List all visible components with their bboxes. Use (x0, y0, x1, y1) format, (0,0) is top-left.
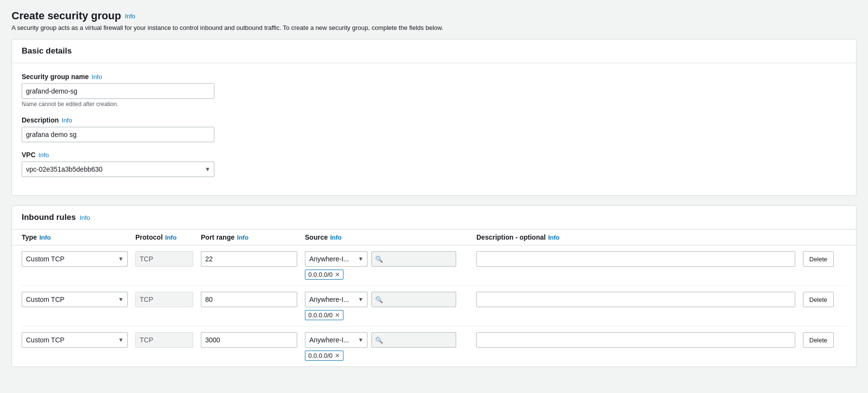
source-tag-value-1: 0.0.0.0/0 (308, 312, 333, 319)
source-search-input-2[interactable] (371, 332, 456, 348)
source-search-wrap-0: 🔍 (371, 251, 469, 267)
desc-col-0 (476, 251, 795, 267)
page-header: Create security group Info A security gr… (12, 10, 856, 31)
rules-table-header: Type Info Protocol Info Port range Info … (12, 230, 856, 245)
col-protocol-label: Protocol (135, 233, 163, 241)
source-type-wrap-0: Anywhere-I... ▼ (305, 251, 368, 267)
col-source-label: Source (305, 233, 328, 241)
delete-btn-2[interactable]: Delete (803, 332, 834, 348)
desc-input-0[interactable] (476, 251, 795, 267)
source-tag-close-1[interactable]: ✕ (335, 312, 340, 318)
page-title-info-link[interactable]: Info (125, 13, 135, 20)
source-search-wrap-2: 🔍 (371, 332, 469, 348)
delete-btn-0[interactable]: Delete (803, 251, 834, 267)
page-container: Create security group Info A security gr… (0, 0, 868, 386)
vpc-info-link[interactable]: Info (39, 151, 49, 159)
sg-name-info-link[interactable]: Info (92, 73, 102, 81)
page-description: A security group acts as a virtual firew… (12, 24, 856, 31)
source-type-select-0[interactable]: Anywhere-I... (305, 251, 368, 267)
action-col-2: Delete (803, 332, 846, 348)
source-search-input-0[interactable] (371, 251, 456, 267)
sg-name-hint: Name cannot be edited after creation. (22, 101, 846, 108)
vpc-field: VPC Info vpc-02e351a3b5debb630 ▼ (22, 151, 846, 177)
source-search-wrap-1: 🔍 (371, 292, 469, 307)
col-source-info-link[interactable]: Info (330, 234, 342, 241)
source-type-select-2[interactable]: Anywhere-I... (305, 332, 368, 348)
rules-body: Custom TCP ▼ TCP Anywhere-I... ▼ (12, 245, 856, 366)
rule-port-input-0[interactable] (201, 251, 297, 267)
desc-col-1 (476, 292, 795, 307)
source-col-1: Anywhere-I... ▼ 🔍 0.0.0.0/0 ✕ (305, 292, 469, 320)
vpc-select[interactable]: vpc-02e351a3b5debb630 (22, 162, 214, 177)
source-type-wrap-1: Anywhere-I... ▼ (305, 292, 368, 307)
rule-type-wrap-2: Custom TCP ▼ (22, 332, 128, 348)
desc-input-2[interactable] (476, 332, 795, 348)
rule-type-select-1[interactable]: Custom TCP (22, 292, 128, 307)
description-input[interactable] (22, 127, 214, 142)
rule-type-select-0[interactable]: Custom TCP (22, 251, 128, 267)
source-tag-1: 0.0.0.0/0 ✕ (305, 310, 343, 320)
rule-protocol-2: TCP (135, 332, 193, 348)
col-desc-label: Description - optional (476, 233, 546, 241)
action-col-1: Delete (803, 292, 846, 307)
col-desc-info-link[interactable]: Info (548, 234, 560, 241)
source-type-wrap-2: Anywhere-I... ▼ (305, 332, 368, 348)
vpc-label: VPC (22, 151, 36, 159)
inbound-rules-header: Inbound rules Info (12, 206, 856, 230)
rule-protocol-0: TCP (135, 251, 193, 267)
basic-details-body: Security group name Info Name cannot be … (12, 63, 856, 195)
col-protocol-info-link[interactable]: Info (165, 234, 177, 241)
source-tag-0: 0.0.0.0/0 ✕ (305, 270, 343, 280)
rule-port-input-2[interactable] (201, 332, 297, 348)
desc-input-1[interactable] (476, 292, 795, 307)
basic-details-header: Basic details (12, 40, 856, 63)
desc-col-2 (476, 332, 795, 348)
col-port-info-link[interactable]: Info (237, 234, 249, 241)
sg-name-label: Security group name (22, 73, 89, 81)
col-type-label: Type (22, 233, 37, 241)
source-tag-value-2: 0.0.0.0/0 (308, 352, 333, 359)
description-info-link[interactable]: Info (62, 117, 72, 124)
sg-name-input[interactable] (22, 83, 214, 99)
action-col-0: Delete (803, 251, 846, 267)
rule-protocol-1: TCP (135, 292, 193, 307)
rule-type-wrap-1: Custom TCP ▼ (22, 292, 128, 307)
basic-details-title: Basic details (22, 46, 72, 55)
rule-port-input-1[interactable] (201, 292, 297, 307)
vpc-select-wrap: vpc-02e351a3b5debb630 ▼ (22, 162, 214, 177)
description-label: Description (22, 116, 59, 124)
source-col-2: Anywhere-I... ▼ 🔍 0.0.0.0/0 ✕ (305, 332, 469, 361)
source-tag-close-2[interactable]: ✕ (335, 352, 340, 359)
rule-row: Custom TCP ▼ TCP Anywhere-I... ▼ (22, 245, 846, 286)
rule-row: Custom TCP ▼ TCP Anywhere-I... ▼ (22, 286, 846, 326)
rule-type-select-2[interactable]: Custom TCP (22, 332, 128, 348)
source-tag-value-0: 0.0.0.0/0 (308, 271, 333, 278)
source-search-input-1[interactable] (371, 292, 456, 307)
inbound-rules-title: Inbound rules (22, 213, 76, 222)
source-type-select-1[interactable]: Anywhere-I... (305, 292, 368, 307)
source-tag-close-0[interactable]: ✕ (335, 271, 340, 278)
sg-name-field: Security group name Info Name cannot be … (22, 73, 846, 108)
source-col-0: Anywhere-I... ▼ 🔍 0.0.0.0/0 ✕ (305, 251, 469, 280)
inbound-rules-info-link[interactable]: Info (79, 214, 90, 221)
delete-btn-1[interactable]: Delete (803, 292, 834, 307)
rule-row: Custom TCP ▼ TCP Anywhere-I... ▼ (22, 326, 846, 366)
basic-details-section: Basic details Security group name Info N… (12, 39, 856, 196)
col-type-info-link[interactable]: Info (39, 234, 51, 241)
inbound-rules-section: Inbound rules Info Type Info Protocol In… (12, 205, 856, 367)
page-title: Create security group (12, 10, 121, 22)
source-tag-2: 0.0.0.0/0 ✕ (305, 351, 343, 361)
col-port-label: Port range (201, 233, 235, 241)
description-field: Description Info (22, 116, 846, 142)
rule-type-wrap-0: Custom TCP ▼ (22, 251, 128, 267)
